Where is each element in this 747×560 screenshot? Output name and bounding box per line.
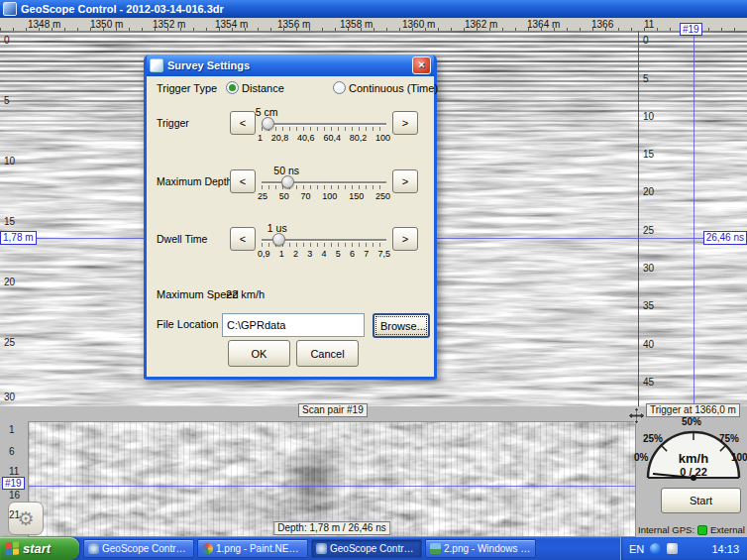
trigger-slider-ticks (262, 127, 386, 131)
geoscope-app-icon (316, 543, 327, 554)
depth-scale-label: 0 (4, 35, 10, 46)
file-location-input[interactable] (222, 313, 365, 337)
trigger-slider-row: Trigger < 5 cm 1 20,8 40,6 60,4 80,2 100 (147, 106, 434, 164)
tick-label: 100 (375, 133, 390, 143)
picture-viewer-icon (430, 543, 441, 554)
window-title: GeoScope Control - 2012-03-14-016.3dr (21, 3, 224, 15)
taskbar-item-label: GeoScope Control - 2... (330, 543, 417, 554)
gauge-label-100: 100% (731, 452, 747, 463)
trigger-step-up-button[interactable]: > (392, 111, 418, 135)
trigger-type-label: Trigger Type (157, 82, 217, 94)
start-survey-button[interactable]: Start (661, 488, 741, 513)
cancel-button[interactable]: Cancel (296, 340, 359, 367)
tick-label: 150 (349, 191, 364, 201)
taskbar-item-label: GeoScope Control - M... (102, 543, 189, 554)
dwell-time-tick-labels: 0,9 1 2 3 4 5 6 7 7,5 (258, 249, 390, 259)
splitter-move-handle-icon[interactable] (628, 407, 645, 424)
max-depth-step-up-button[interactable]: > (392, 169, 418, 193)
trigger-slider-thumb[interactable] (262, 117, 274, 130)
ruler-label: 1358 m (340, 19, 373, 30)
position-crosshair-line (694, 31, 694, 406)
time-scale-label: 35 (643, 300, 654, 311)
max-depth-slider-track (262, 181, 386, 184)
tick-label: 20,8 (271, 133, 289, 143)
tick-label: 2 (293, 249, 298, 259)
survey-settings-dialog: Survey Settings × Trigger Type Distance … (144, 55, 437, 380)
depth-scale-label: 10 (4, 156, 15, 167)
max-depth-slider[interactable]: 50 ns 25 50 70 100 150 250 (262, 165, 386, 214)
task-buttons: GeoScope Control - M... 1.png - Paint.NE… (83, 539, 616, 558)
dwell-time-label: Dwell Time (157, 233, 207, 245)
gauge-unit-label: km/h (666, 451, 721, 466)
paintnet-app-icon (202, 543, 213, 554)
taskbar-item-paintnet[interactable]: 1.png - Paint.NET v3... (197, 539, 308, 558)
dialog-title: Survey Settings (167, 59, 250, 71)
time-scale-label: 5 (643, 73, 649, 84)
tick-label: 1 (279, 249, 284, 259)
trigger-slider[interactable]: 5 cm 1 20,8 40,6 60,4 80,2 100 (262, 106, 386, 156)
dwell-time-step-down-button[interactable]: < (230, 227, 256, 251)
time-scale-label: 20 (643, 186, 654, 197)
tray-status-icon[interactable] (667, 543, 678, 554)
gps-status-row: Internal GPS: External G (638, 523, 747, 536)
trigger-step-down-button[interactable]: < (230, 111, 256, 135)
trigger-position-label: Trigger at 1366,0 m (646, 403, 740, 417)
dialog-icon (150, 58, 163, 72)
time-scale-label: 0 (643, 35, 649, 46)
dialog-titlebar[interactable]: Survey Settings × (147, 55, 434, 76)
time-scale-label: 15 (643, 149, 654, 160)
dwell-time-slider-thumb[interactable] (272, 233, 285, 246)
dwell-time-step-up-button[interactable]: > (392, 227, 418, 251)
scan-pair-label: Scan pair #19 (298, 403, 368, 417)
radio-distance[interactable] (226, 81, 239, 94)
ruler-scan-marker: #19 (680, 23, 702, 36)
gauge-label-25: 25% (643, 433, 663, 444)
window-titlebar[interactable]: GeoScope Control - 2012-03-14-016.3dr (0, 0, 747, 18)
radio-continuous-label[interactable]: Continuous (Time) (349, 82, 438, 94)
start-label: start (23, 541, 51, 556)
max-depth-label: Maximum Depth (157, 175, 232, 187)
gpr-plan-view-image[interactable]: Depth: 1,78 m / 26,46 ns (28, 421, 636, 537)
depth-status-label: Depth: 1,78 m / 26,46 ns (273, 521, 390, 535)
time-scale-label: 45 (643, 377, 654, 388)
time-scale-label: 10 (643, 111, 654, 122)
tick-label: 60,4 (323, 133, 341, 143)
max-depth-step-down-button[interactable]: < (230, 169, 256, 193)
radio-continuous-time[interactable] (333, 81, 346, 94)
ruler-label: 1364 m (527, 19, 560, 30)
taskbar-item-geoscope-main[interactable]: GeoScope Control - M... (83, 539, 194, 558)
browse-button[interactable]: Browse... (373, 313, 430, 338)
radio-distance-label[interactable]: Distance (242, 82, 284, 94)
tick-label: 80,2 (350, 133, 368, 143)
tick-label: 6 (350, 249, 355, 259)
taskbar-item-picture-viewer[interactable]: 2.png - Windows Pict... (425, 539, 536, 558)
gauge-label-50: 50% (682, 416, 701, 427)
ok-button[interactable]: OK (228, 340, 290, 367)
tick-label: 250 (375, 191, 390, 201)
file-location-row: File Location Browse... (147, 311, 434, 341)
app-icon[interactable] (3, 2, 17, 16)
ruler-label: 1352 m (153, 19, 185, 30)
external-gps-label: External G (710, 524, 747, 535)
plan-scan-marker: #19 (2, 477, 25, 490)
close-icon[interactable]: × (412, 56, 431, 74)
taskbar-item-geoscope-file[interactable]: GeoScope Control - 2... (311, 539, 422, 558)
language-indicator[interactable]: EN (629, 543, 644, 555)
taskbar-clock[interactable]: 14:13 (711, 543, 739, 555)
distance-ruler: 1348 m 1350 m 1352 m 1354 m 1356 m 1358 … (0, 18, 747, 32)
start-menu-button[interactable]: start (0, 537, 79, 560)
tick-label: 70 (301, 191, 311, 201)
time-scale-label: 25 (643, 225, 654, 236)
max-depth-slider-ticks (262, 185, 386, 189)
tray-network-icon[interactable] (650, 543, 661, 554)
trigger-label: Trigger (157, 117, 189, 129)
trigger-slider-track (262, 123, 386, 126)
tick-label: 7 (364, 249, 369, 259)
plan-streak-overlay (29, 422, 635, 536)
dwell-time-slider-row: Dwell Time < 1 us 0,9 1 2 3 4 5 6 (147, 222, 434, 280)
depth-marker: 1,78 m (0, 231, 37, 245)
tick-label: 7,5 (377, 249, 390, 259)
plan-row-label: 16 (9, 490, 20, 501)
dwell-time-slider[interactable]: 1 us 0,9 1 2 3 4 5 6 7 7,5 (262, 222, 386, 272)
system-tray: EN 14:13 (620, 537, 747, 560)
